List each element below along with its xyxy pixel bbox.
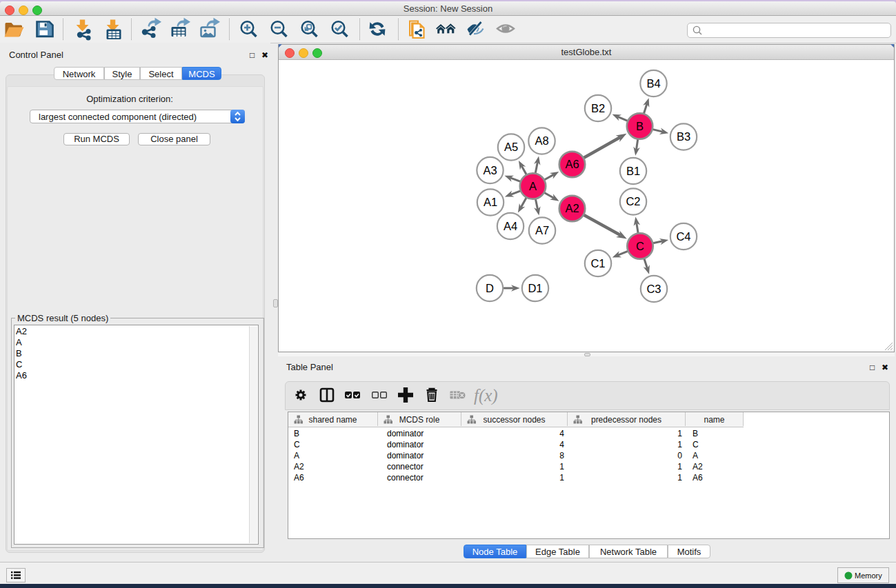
svg-text:A6: A6 xyxy=(565,158,579,170)
svg-text:A8: A8 xyxy=(535,134,548,147)
svg-text:C2: C2 xyxy=(626,195,640,207)
svg-text:C: C xyxy=(636,240,644,252)
svg-text:C1: C1 xyxy=(590,257,605,270)
svg-text:B2: B2 xyxy=(591,102,605,114)
svg-text:A2: A2 xyxy=(565,202,579,214)
svg-text:A7: A7 xyxy=(535,224,549,236)
svg-text:B: B xyxy=(636,120,644,132)
svg-text:A: A xyxy=(529,180,537,192)
svg-text:B1: B1 xyxy=(626,165,640,177)
svg-text:C3: C3 xyxy=(646,283,661,295)
svg-text:A5: A5 xyxy=(504,141,518,153)
svg-text:D1: D1 xyxy=(528,282,542,294)
svg-text:B3: B3 xyxy=(677,130,690,143)
svg-text:A1: A1 xyxy=(484,196,497,208)
svg-text:D: D xyxy=(486,282,494,294)
svg-text:B4: B4 xyxy=(646,77,660,90)
svg-text:A4: A4 xyxy=(504,220,517,232)
svg-text:C4: C4 xyxy=(676,230,690,243)
svg-text:A3: A3 xyxy=(483,164,497,176)
